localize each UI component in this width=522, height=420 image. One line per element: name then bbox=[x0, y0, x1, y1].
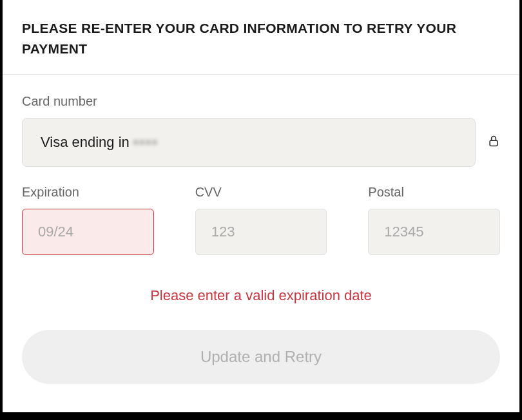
cvv-group: CVV bbox=[195, 185, 327, 255]
modal-header: PLEASE RE-ENTER YOUR CARD INFORMATION TO… bbox=[3, 0, 519, 75]
payment-retry-modal: PLEASE RE-ENTER YOUR CARD INFORMATION TO… bbox=[3, 0, 519, 412]
postal-group: Postal bbox=[368, 185, 500, 255]
card-number-label: Card number bbox=[22, 94, 500, 109]
modal-title: PLEASE RE-ENTER YOUR CARD INFORMATION TO… bbox=[22, 18, 500, 59]
lock-icon bbox=[487, 135, 500, 150]
card-number-row: Visa ending in •••• bbox=[22, 118, 500, 167]
expiration-group: Expiration bbox=[22, 185, 154, 255]
card-details-row: Expiration CVV Postal bbox=[22, 185, 500, 255]
form-body: Card number Visa ending in •••• Expirati… bbox=[3, 75, 519, 384]
card-number-group: Card number Visa ending in •••• bbox=[22, 94, 500, 167]
update-retry-button[interactable]: Update and Retry bbox=[22, 330, 500, 384]
cvv-label: CVV bbox=[195, 185, 327, 200]
expiration-label: Expiration bbox=[22, 185, 154, 200]
card-number-input[interactable]: Visa ending in •••• bbox=[22, 118, 476, 167]
svg-rect-0 bbox=[490, 140, 498, 146]
card-masked-digits: •••• bbox=[133, 134, 159, 151]
postal-input[interactable] bbox=[368, 209, 500, 255]
card-prefix-text: Visa ending in bbox=[41, 134, 130, 151]
expiration-input[interactable] bbox=[22, 209, 154, 255]
error-message: Please enter a valid expiration date bbox=[22, 287, 500, 304]
postal-label: Postal bbox=[368, 185, 500, 200]
cvv-input[interactable] bbox=[195, 209, 327, 255]
